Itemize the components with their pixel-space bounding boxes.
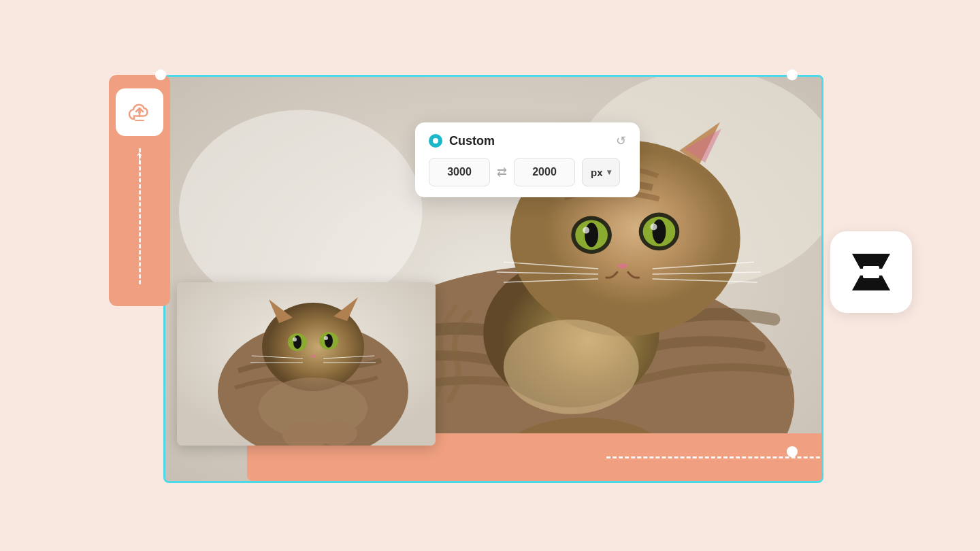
- capcut-icon: [844, 248, 898, 296]
- svg-point-37: [325, 334, 333, 348]
- height-input[interactable]: [514, 158, 575, 186]
- svg-point-39: [324, 336, 328, 340]
- popup-inputs: ⇄ px ▾: [429, 158, 626, 186]
- up-arrow-icon: ↑: [135, 146, 144, 168]
- unit-label: px: [591, 167, 603, 178]
- svg-point-19: [653, 220, 666, 244]
- thumbnail-container: [177, 282, 436, 446]
- reset-icon[interactable]: ↺: [616, 133, 626, 148]
- svg-point-21: [651, 224, 657, 231]
- svg-point-18: [585, 223, 598, 248]
- svg-point-46: [316, 421, 357, 446]
- popup-title-row: Custom: [429, 134, 495, 148]
- popup-title: Custom: [449, 134, 495, 148]
- svg-point-28: [504, 320, 639, 414]
- swap-icon[interactable]: ⇄: [497, 165, 507, 180]
- corner-dot-tl: [155, 69, 166, 80]
- corner-dot-br: [787, 446, 798, 457]
- svg-point-0: [138, 111, 141, 114]
- svg-point-38: [293, 337, 297, 341]
- svg-rect-47: [863, 266, 879, 278]
- cloud-upload-icon: [125, 97, 154, 127]
- radio-selected[interactable]: [429, 134, 442, 148]
- cloud-icon-box[interactable]: [116, 88, 163, 136]
- dashed-vertical-line: [139, 148, 141, 284]
- corner-dot-tr: [787, 69, 798, 80]
- unit-select[interactable]: px ▾: [582, 158, 620, 186]
- main-scene: ↑: [82, 54, 898, 497]
- width-input[interactable]: [429, 158, 490, 186]
- svg-point-36: [293, 335, 301, 349]
- chevron-down-icon: ▾: [607, 167, 611, 177]
- capcut-logo-box: [830, 231, 912, 313]
- custom-size-popup: Custom ↺ ⇄ px ▾: [415, 122, 640, 197]
- svg-point-20: [583, 227, 589, 233]
- left-panel: ↑: [109, 75, 170, 306]
- cat-thumbnail-image: [177, 282, 436, 446]
- popup-header: Custom ↺: [429, 133, 626, 148]
